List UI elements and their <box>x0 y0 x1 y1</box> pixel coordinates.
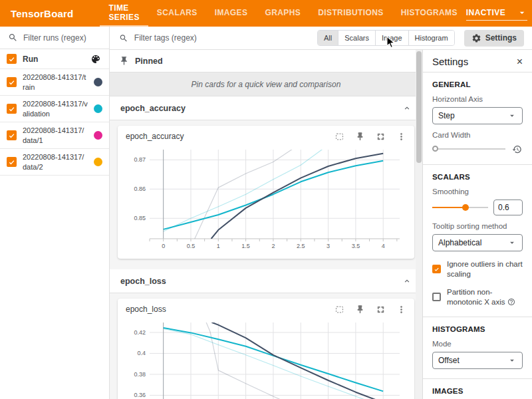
tag-filter-histogram[interactable]: Histogram <box>408 31 454 45</box>
caret-down-icon <box>507 111 517 120</box>
pin-hint-banner: Pin cards for a quick view and compariso… <box>110 72 422 96</box>
app-logo: TensorBoard <box>0 0 84 27</box>
svg-text:2.5: 2.5 <box>297 243 305 249</box>
caret-down-icon <box>507 356 517 365</box>
run-name: 20220808-141317/data/1 <box>23 126 88 145</box>
run-row[interactable]: 20220808-141317/train <box>0 69 109 96</box>
fullscreen-icon[interactable] <box>375 131 386 142</box>
chevron-up-icon <box>402 104 412 113</box>
run-color-palette-button[interactable] <box>89 53 102 66</box>
runs-sidebar: Run 20220808-141317/train20220808-141317… <box>0 27 110 399</box>
partition-x-axis-checkbox[interactable] <box>432 293 441 301</box>
caret-down-icon <box>517 7 527 18</box>
vertical-scrollbar <box>416 50 422 399</box>
run-name: 20220808-141317/train <box>23 72 88 92</box>
tab-graphs[interactable]: GRAPHS <box>256 0 309 27</box>
tag-type-filter-group: AllScalarsImageHistogram <box>317 30 455 46</box>
run-name: 20220808-141317/validation <box>23 99 88 118</box>
card-title: epoch_loss <box>126 305 166 314</box>
svg-text:0.36: 0.36 <box>134 392 146 398</box>
svg-text:0.4: 0.4 <box>137 350 146 356</box>
smoothing-value-input[interactable] <box>493 200 523 215</box>
run-row[interactable]: 20220808-141317/data/2 <box>0 149 109 176</box>
run-checkbox[interactable] <box>7 77 17 87</box>
settings-section-images: IMAGES Brightness Contrast <box>423 379 532 399</box>
svg-text:0.85: 0.85 <box>134 215 146 221</box>
tensorboard-app: TensorBoard TIME SERIESSCALARSIMAGESGRAP… <box>0 0 532 399</box>
run-list: 20220808-141317/train20220808-141317/val… <box>0 69 109 176</box>
scalar-card-epoch-accuracy: epoch_accuracy 0.850.860.8700.511.522.53… <box>118 126 414 259</box>
tags-filter <box>119 33 308 43</box>
partition-x-axis-checkbox-row[interactable]: Partition non-monotonic X axis <box>432 287 523 307</box>
fit-domain-icon[interactable] <box>334 304 344 315</box>
tab-distributions[interactable]: DISTRIBUTIONS <box>309 0 392 27</box>
run-row[interactable]: 20220808-141317/validation <box>0 96 109 122</box>
section-header-epoch-accuracy[interactable]: epoch_accuracy <box>110 96 422 120</box>
ignore-outliers-checkbox-row[interactable]: Ignore outliers in chart scaling <box>432 259 523 279</box>
svg-text:1: 1 <box>217 243 220 249</box>
pin-card-icon[interactable] <box>354 131 365 142</box>
line-chart-epoch-accuracy[interactable]: 0.850.860.8700.511.522.533.54 <box>126 146 406 255</box>
settings-panel-title: Settings <box>432 56 468 67</box>
svg-text:2: 2 <box>271 243 275 249</box>
fit-domain-icon[interactable] <box>334 131 344 142</box>
close-icon[interactable]: × <box>517 57 523 67</box>
main-nav-tabs: TIME SERIESSCALARSIMAGESGRAPHSDISTRIBUTI… <box>100 0 466 27</box>
scrollbar-thumb[interactable] <box>416 51 422 163</box>
run-color-dot <box>94 104 102 113</box>
run-name: 20220808-141317/data/2 <box>23 152 88 172</box>
pinned-section-header: Pinned <box>110 50 422 72</box>
run-color-dot <box>94 158 102 166</box>
settings-section-histograms: HISTOGRAMS Mode Offset <box>423 317 532 379</box>
smoothing-slider[interactable] <box>432 203 488 212</box>
scalar-card-epoch-loss: epoch_loss 0.360.380.40.4200.511.522.533… <box>118 299 414 399</box>
select-all-runs-checkbox[interactable] <box>7 54 17 64</box>
card-width-slider[interactable] <box>432 144 505 154</box>
run-checkbox[interactable] <box>7 130 17 140</box>
chevron-up-icon <box>402 277 412 286</box>
tab-images[interactable]: IMAGES <box>206 0 257 27</box>
tag-section-epoch-accuracy: epoch_accuracy epoch_accuracy <box>110 96 422 259</box>
restore-icon <box>512 144 522 154</box>
card-actions <box>334 131 406 142</box>
run-checkbox[interactable] <box>7 157 17 167</box>
help-icon[interactable] <box>507 298 515 306</box>
svg-text:0.86: 0.86 <box>134 186 146 192</box>
svg-text:3.5: 3.5 <box>352 243 360 249</box>
tab-time-series[interactable]: TIME SERIES <box>100 0 148 27</box>
tab-scalars[interactable]: SCALARS <box>148 0 206 27</box>
svg-text:4: 4 <box>382 243 385 249</box>
svg-text:0: 0 <box>162 243 165 249</box>
line-chart-epoch-loss[interactable]: 0.360.380.40.4200.511.522.533.54 <box>126 319 406 399</box>
status-select-value: INACTIVE <box>466 8 505 17</box>
card-title: epoch_accuracy <box>126 132 184 141</box>
tag-filter-image[interactable]: Image <box>375 31 408 45</box>
run-row[interactable]: 20220808-141317/data/1 <box>0 122 109 149</box>
tab-histograms[interactable]: HISTOGRAMS <box>392 0 466 27</box>
search-icon <box>119 33 128 43</box>
ignore-outliers-checkbox[interactable] <box>432 265 441 273</box>
kebab-menu-icon[interactable] <box>396 304 406 315</box>
histogram-mode-dropdown[interactable]: Offset <box>432 352 523 369</box>
reset-card-width-button[interactable] <box>511 143 523 155</box>
tag-filter-scalars[interactable]: Scalars <box>338 31 375 45</box>
tags-filter-input[interactable] <box>134 33 308 43</box>
runs-filter-input[interactable] <box>23 33 101 43</box>
settings-toggle-button[interactable]: Settings <box>464 30 524 47</box>
tag-filter-all[interactable]: All <box>318 31 338 45</box>
palette-icon <box>90 54 101 65</box>
horizontal-axis-dropdown[interactable]: Step <box>432 107 523 124</box>
section-header-epoch-loss[interactable]: epoch_loss <box>110 269 422 293</box>
pin-card-icon[interactable] <box>354 304 365 315</box>
tags-toolbar: AllScalarsImageHistogram Settings <box>110 27 532 50</box>
header-actions: INACTIVE <box>466 0 532 27</box>
run-checkbox[interactable] <box>7 104 17 114</box>
svg-text:3: 3 <box>327 243 330 249</box>
svg-text:0.42: 0.42 <box>134 329 146 336</box>
fullscreen-icon[interactable] <box>375 304 386 315</box>
svg-text:0.87: 0.87 <box>134 156 146 163</box>
kebab-menu-icon[interactable] <box>396 131 406 142</box>
status-select[interactable]: INACTIVE <box>466 6 527 21</box>
tooltip-sort-dropdown[interactable]: Alphabetical <box>432 234 523 251</box>
gear-icon <box>471 33 481 43</box>
